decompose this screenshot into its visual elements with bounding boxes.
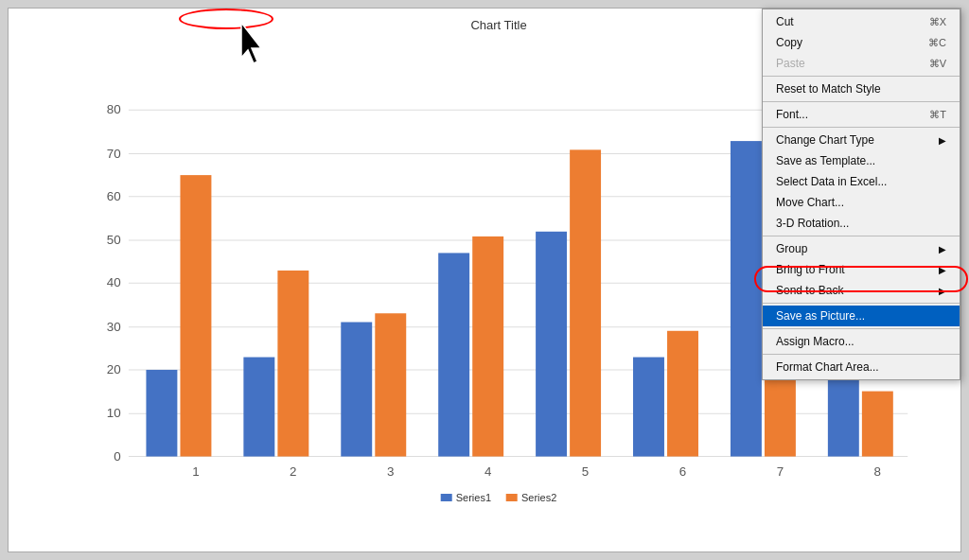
menu-arrow-send-back: ▶ [939,286,946,296]
menu-item-font[interactable]: Font...⌘T [763,104,960,125]
menu-item-label-copy: Copy [776,36,802,49]
bar [277,271,308,457]
bar [536,232,567,457]
svg-text:40: 40 [107,275,121,289]
menu-item-paste[interactable]: Paste⌘V [763,53,960,74]
menu-item-label-move-chart: Move Chart... [776,196,844,209]
svg-text:20: 20 [107,362,121,376]
menu-item-save-picture[interactable]: Save as Picture... [763,306,960,326]
menu-item-label-paste: Paste [776,57,805,70]
legend-color-series1 [441,494,452,501]
menu-item-label-save-picture: Save as Picture... [776,309,865,323]
svg-text:80: 80 [107,102,121,116]
menu-item-label-change-chart: Change Chart Type [776,133,874,147]
bar [243,358,274,457]
menu-item-label-group: Group [776,242,807,255]
menu-separator [763,101,960,102]
menu-item-label-format-chart: Format Chart Area... [776,360,879,374]
chart-legend: Series1 Series2 [441,492,557,503]
menu-item-label-assign-macro: Assign Macro... [776,335,854,348]
bar [341,323,372,457]
bar [438,253,469,456]
svg-text:70: 70 [107,147,121,161]
legend-series2: Series2 [506,492,556,503]
menu-separator [763,303,960,304]
svg-text:30: 30 [107,320,121,334]
menu-separator [763,76,960,77]
legend-color-series2 [506,494,518,501]
bar [570,149,601,456]
menu-arrow-group: ▶ [939,244,946,254]
bar [731,141,762,456]
svg-text:50: 50 [107,233,121,247]
menu-item-label-3d-rotation: 3-D Rotation... [776,217,849,230]
menu-item-format-chart[interactable]: Format Chart Area... [763,357,960,377]
menu-item-bring-front[interactable]: Bring to Front▶ [763,259,960,280]
menu-item-label-cut: Cut [776,15,794,28]
svg-text:10: 10 [107,406,121,420]
menu-item-save-template[interactable]: Save as Template... [763,150,960,171]
svg-text:2: 2 [290,464,296,479]
bar [862,392,893,457]
menu-item-label-font: Font... [776,108,808,121]
legend-label-series2: Series2 [521,492,556,503]
menu-item-group[interactable]: Group▶ [763,238,960,259]
menu-separator [763,127,960,128]
bar [180,175,211,456]
bar [667,331,698,457]
svg-text:7: 7 [777,464,784,479]
menu-item-label-select-data: Select Data in Excel... [776,175,887,188]
svg-text:3: 3 [387,464,394,479]
legend-label-series1: Series1 [456,492,491,503]
menu-item-label-send-back: Send to Back [776,284,843,297]
bar [146,370,177,457]
menu-item-change-chart[interactable]: Change Chart Type▶ [763,130,960,150]
svg-text:1: 1 [192,464,199,479]
menu-arrow-change-chart: ▶ [939,135,946,146]
svg-text:60: 60 [107,189,121,203]
menu-shortcut-cut: ⌘X [929,16,946,28]
menu-shortcut-paste: ⌘V [929,58,946,70]
svg-text:0: 0 [114,449,120,464]
menu-item-label-save-template: Save as Template... [776,154,875,167]
menu-item-assign-macro[interactable]: Assign Macro... [763,331,960,352]
menu-separator [763,328,960,329]
menu-item-cut[interactable]: Cut⌘X [763,11,960,32]
menu-separator [763,354,960,355]
menu-item-copy[interactable]: Copy⌘C [763,32,960,53]
menu-separator [763,236,960,236]
context-menu[interactable]: Cut⌘XCopy⌘CPaste⌘VReset to Match StyleFo… [762,9,960,380]
menu-item-move-chart[interactable]: Move Chart... [763,192,960,213]
legend-series1: Series1 [441,492,491,503]
menu-shortcut-font: ⌘T [929,109,946,121]
menu-item-label-bring-front: Bring to Front [776,263,845,276]
menu-shortcut-copy: ⌘C [928,37,946,49]
menu-item-3d-rotation[interactable]: 3-D Rotation... [763,213,960,234]
menu-item-send-back[interactable]: Send to Back▶ [763,280,960,301]
svg-text:5: 5 [582,464,589,479]
menu-item-label-reset: Reset to Match Style [776,82,881,96]
bar [472,236,503,457]
svg-text:4: 4 [484,464,492,479]
bar [375,313,406,456]
bar [633,358,664,457]
svg-text:8: 8 [874,464,881,479]
menu-item-select-data[interactable]: Select Data in Excel... [763,171,960,192]
chart-container: Chart Title .axis-label { font-size: 13p… [8,8,961,552]
svg-text:6: 6 [679,464,686,479]
menu-arrow-bring-front: ▶ [939,265,946,275]
menu-item-reset[interactable]: Reset to Match Style [763,79,960,99]
